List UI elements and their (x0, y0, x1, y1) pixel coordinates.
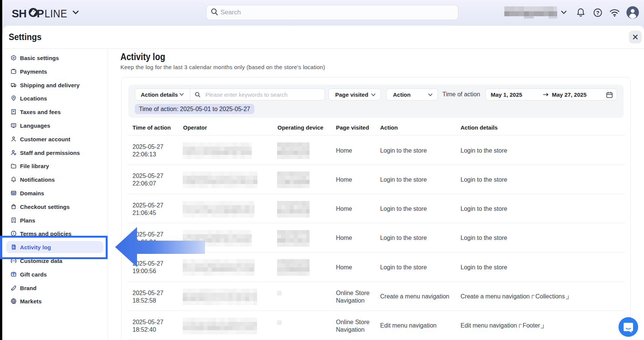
svg-text:}: } (15, 258, 17, 263)
svg-text:EN: EN (12, 124, 15, 126)
svg-text:?: ? (596, 10, 599, 16)
svg-text:Aa: Aa (12, 260, 15, 262)
